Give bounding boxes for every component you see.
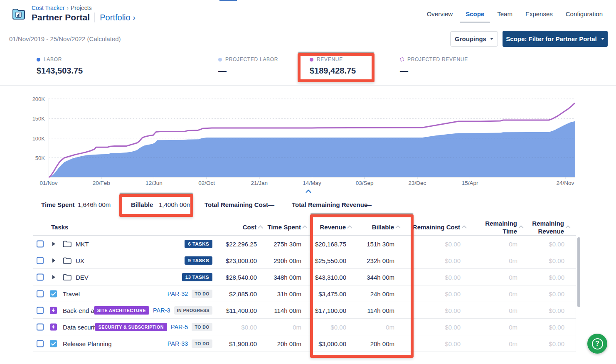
task-type-icon [50,290,57,297]
column-header-revenue[interactable]: Revenue [320,224,352,231]
cell-time: 20h 00m [277,340,301,347]
task-count-badge: 6 TASKS [185,240,212,248]
tab-team[interactable]: Team [497,10,513,23]
labor-area-series [49,121,575,177]
y-tick-label: 50K [24,155,45,161]
legend-item-labor[interactable]: LABOR$143,503.75 [37,57,83,76]
cell-rcost: $0.00 [445,257,461,264]
x-tick-label: 01/Nov [40,180,58,186]
tab-configuration[interactable]: Configuration [566,10,603,23]
epic-type-icon [50,323,57,330]
sort-caret-icon [518,225,524,231]
tab-overview[interactable]: Overview [427,10,453,23]
cell-cost: $11,400.00 [226,307,257,314]
row-checkbox[interactable] [37,273,44,280]
row-meta: PAR-33TO DO [168,339,212,348]
cell-bill: 24h 00m [370,290,394,297]
cell-time: 31h 00m [277,290,301,297]
group-name: UX [76,257,84,264]
task-count-badge: 13 TASKS [182,273,212,281]
cell-bill: 20h 00m [370,340,394,347]
projected-revenue-marker-icon [400,57,404,61]
row-checkbox[interactable] [37,323,44,330]
cell-rrev: $0.00 [549,340,564,347]
expand-row-icon[interactable] [52,275,55,279]
legend-label: PROJECTED LABOR [225,57,278,62]
chevron-down-icon [490,38,493,40]
portfolio-link[interactable]: Portfolio › [100,13,136,22]
cell-rcost: $0.00 [445,290,461,297]
issue-key-link[interactable]: PAR-5 [171,324,188,330]
stat-value-time-spent: 1,646h 00m [78,201,111,208]
cell-rcost: $0.00 [445,323,461,330]
cell-rtime: 0m [509,290,517,297]
scope-filter-button[interactable]: Scope: Filter for Partner Portal [503,31,608,47]
breadcrumb: Cost Tracker›Projects [32,5,92,11]
cell-cost: $1,900.00 [229,340,257,347]
legend-item-projected-labor[interactable]: PROJECTED LABOR— [218,57,278,76]
cell-rtime: 0m [509,240,517,247]
table-scrollbar-thumb[interactable] [577,237,580,307]
x-tick-label: 12/Jun [145,180,163,186]
cost-tracker-app: Cost Tracker›Projects Partner Portal Por… [0,0,616,364]
x-tick-label: 03/Sep [356,180,374,186]
row-meta: 9 TASKS [185,256,212,265]
chevron-down-icon [601,38,604,40]
collapse-chart-button[interactable] [303,188,314,194]
column-header-remaining-revenue[interactable]: Remaining Revenue [529,219,570,235]
sort-caret-icon [302,225,308,231]
task-type-icon [50,340,57,347]
help-button[interactable]: ? [587,334,607,354]
stat-label-total-remaining-cost: Total Remaining Cost [205,201,268,208]
breadcrumb-projects[interactable]: Projects [71,5,92,11]
legend-item-projected-revenue[interactable]: PROJECTED REVENUE— [400,57,468,76]
label-lozenge: SITE ARCHITECTURE [94,306,149,315]
cell-cost: $0.00 [241,323,257,330]
tab-expenses[interactable]: Expenses [525,10,553,23]
column-header-billable[interactable]: Billable [372,224,400,231]
cell-rcost: $0.00 [445,340,461,347]
row-checkbox[interactable] [37,307,44,314]
row-checkbox[interactable] [37,340,44,347]
issue-key-link[interactable]: PAR-33 [168,340,188,347]
cell-rtime: 0m [509,257,517,264]
table-row: Back-end and f...SITE ARCHITECTUREPAR-3I… [33,302,576,319]
question-mark-icon: ? [592,338,603,349]
cell-time: 290h 00m [274,257,301,264]
cell-time: 114h 00m [274,307,301,314]
projected-labor-marker-icon [218,58,222,61]
y-tick-label: 150K [24,116,45,122]
groupings-button[interactable]: Groupings [450,31,498,47]
y-tick-label: 200K [24,96,45,102]
tab-scope[interactable]: Scope [466,10,484,23]
cell-rev: $3,475.00 [318,290,346,297]
x-tick-label: 14/May [303,180,321,186]
cell-cost: $28,540.00 [226,273,257,280]
cost-chart [49,96,575,180]
legend-item-revenue[interactable]: REVENUE$189,428.75 [310,57,356,76]
cell-rrev: $0.00 [549,257,564,264]
column-header-cost[interactable]: Cost [243,224,262,231]
row-checkbox[interactable] [37,240,44,247]
row-checkbox[interactable] [37,257,44,264]
x-tick-label: 15/Apr [462,180,478,186]
column-header-remaining-time[interactable]: Remaining Time [482,219,523,235]
issue-key-link[interactable]: PAR-32 [168,290,188,297]
breadcrumb-cost-tracker-link[interactable]: Cost Tracker [32,5,64,11]
cell-cost: $2,885.00 [229,290,257,297]
column-header-remaining-cost[interactable]: Remaining Cost [413,224,466,231]
expand-row-icon[interactable] [52,258,55,263]
column-header-time-spent[interactable]: Time Spent [267,224,307,231]
date-range-label: 01/Nov/2019 - 25/Nov/2022 (Calculated) [9,35,121,42]
group-name: MKT [76,240,89,247]
sort-caret-icon [565,225,571,231]
expand-row-icon[interactable] [52,242,55,246]
table-row: Data security, a...SECURITY & SUBSCRIPTI… [33,319,576,335]
epic-type-icon [50,307,57,314]
row-checkbox[interactable] [37,290,44,297]
cell-time: 0m [293,323,301,330]
table-right-border [576,235,576,352]
x-tick-label: 02/Oct [198,180,215,186]
task-name: Release Planning [63,340,112,347]
issue-key-link[interactable]: PAR-3 [153,307,170,314]
